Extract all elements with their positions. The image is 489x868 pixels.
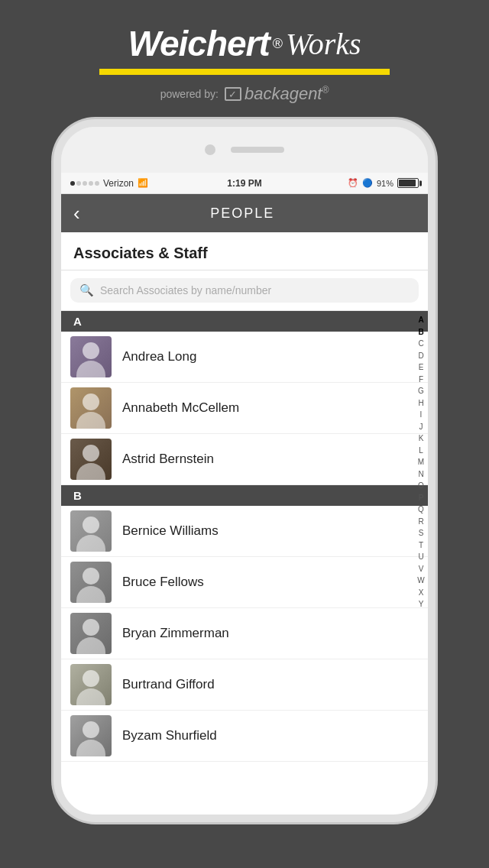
logo-works: Works: [286, 26, 361, 62]
logo-underline: [99, 69, 390, 75]
phone-top: [61, 127, 428, 173]
battery-bar: [397, 178, 419, 188]
logo-weichert: Weichert: [128, 23, 269, 64]
item-name: Andrea Long: [112, 349, 419, 364]
alpha-letter-t[interactable]: T: [419, 539, 423, 552]
back-button[interactable]: ‹: [73, 203, 80, 223]
backagent-name: backagent®: [244, 84, 329, 104]
alpha-letter-g[interactable]: G: [418, 385, 424, 397]
alpha-letter-u[interactable]: U: [418, 551, 423, 563]
list-item[interactable]: Byzam Shurfield: [61, 711, 428, 762]
search-input-wrap[interactable]: 🔍 Search Associates by name/number: [70, 278, 419, 303]
search-placeholder: Search Associates by name/number: [100, 284, 271, 296]
list-item[interactable]: Burtrand Gifford: [61, 659, 428, 711]
signal-dot-3: [83, 181, 87, 186]
alpha-letter-q[interactable]: Q: [418, 504, 424, 516]
app-header: Weichert ® Works powered by: backagent®: [0, 0, 489, 119]
alpha-letter-s[interactable]: S: [419, 527, 424, 539]
alpha-index[interactable]: ABCDEFGHIJKLMNOPQRSTUVWXY: [414, 311, 428, 815]
signal-dot-4: [89, 181, 93, 186]
item-name: Bryan Zimmerman: [112, 626, 419, 641]
alpha-letter-i[interactable]: I: [420, 409, 423, 421]
item-name: Bernice Williams: [112, 523, 419, 539]
alpha-letter-l[interactable]: L: [419, 445, 423, 457]
alpha-letter-o[interactable]: O: [418, 480, 424, 492]
logo-reg: ®: [273, 36, 283, 52]
nav-bar: ‹ PEOPLE: [61, 194, 428, 232]
alpha-letter-w[interactable]: W: [417, 575, 424, 587]
alpha-letter-d[interactable]: D: [418, 350, 423, 362]
signal-dot-5: [95, 181, 99, 186]
phone-camera: [205, 144, 215, 155]
item-name: Annabeth McCellem: [112, 400, 419, 416]
avatar: [70, 336, 112, 377]
avatar: [70, 387, 112, 429]
bluetooth-icon: 🔵: [362, 178, 373, 188]
battery-pct: 91%: [377, 179, 393, 188]
alpha-letter-e[interactable]: E: [419, 361, 424, 374]
alpha-letter-x[interactable]: X: [419, 587, 424, 599]
avatar: [70, 664, 112, 705]
item-name: Burtrand Gifford: [112, 677, 419, 692]
list-item[interactable]: Astrid Bernstein: [61, 434, 428, 485]
alpha-letter-n[interactable]: N: [418, 468, 423, 481]
signal-dots: [70, 181, 99, 186]
alpha-letter-f[interactable]: F: [419, 374, 423, 386]
alarm-icon: ⏰: [348, 178, 358, 188]
powered-by-text: powered by:: [160, 88, 219, 100]
alpha-letter-a[interactable]: A: [418, 314, 423, 326]
list-item[interactable]: Andrea Long: [61, 332, 428, 383]
letter-header-a: A: [61, 311, 428, 332]
section-title: Associates & Staff: [73, 245, 208, 261]
signal-dot-1: [70, 181, 75, 186]
battery-fill: [399, 180, 416, 186]
avatar: [70, 715, 112, 756]
list-scroll[interactable]: AAndrea LongAnnabeth McCellemAstrid Bern…: [61, 311, 428, 815]
wifi-icon: 📶: [138, 178, 148, 188]
nav-title: PEOPLE: [92, 206, 393, 222]
list-item[interactable]: Annabeth McCellem: [61, 383, 428, 434]
alpha-letter-m[interactable]: M: [418, 456, 424, 468]
alpha-letter-v[interactable]: V: [419, 563, 424, 575]
signal-dot-2: [76, 181, 81, 186]
letter-header-b: B: [61, 485, 428, 506]
list-container: AAndrea LongAnnabeth McCellemAstrid Bern…: [61, 311, 428, 815]
phone-screen: Verizon 📶 1:19 PM ⏰ 🔵 91%: [61, 173, 428, 815]
status-time: 1:19 PM: [227, 178, 261, 189]
search-bar[interactable]: 🔍 Search Associates by name/number: [61, 270, 428, 311]
alpha-letter-h[interactable]: H: [418, 397, 423, 410]
backagent-logo: backagent®: [225, 84, 329, 104]
search-icon: 🔍: [79, 283, 94, 297]
avatar: [70, 510, 112, 552]
battery-indicator: [397, 178, 419, 188]
alpha-letter-b[interactable]: B: [418, 326, 423, 338]
item-name: Astrid Bernstein: [112, 452, 419, 467]
status-left: Verizon 📶: [70, 178, 148, 189]
item-name: Byzam Shurfield: [112, 728, 419, 743]
list-item[interactable]: Bruce Fellows: [61, 557, 428, 608]
avatar: [70, 439, 112, 480]
list-item[interactable]: Bernice Williams: [61, 506, 428, 557]
item-name: Bruce Fellows: [112, 575, 419, 590]
powered-by: powered by: backagent®: [160, 84, 329, 104]
app-background: Weichert ® Works powered by: backagent®: [0, 0, 489, 868]
section-header: Associates & Staff: [61, 232, 428, 270]
avatar: [70, 613, 112, 654]
alpha-letter-j[interactable]: J: [419, 421, 423, 433]
status-right: ⏰ 🔵 91%: [348, 178, 419, 188]
alpha-letter-p[interactable]: P: [419, 492, 424, 504]
backagent-check-icon: [225, 87, 241, 101]
alpha-letter-c[interactable]: C: [418, 338, 423, 350]
status-bar: Verizon 📶 1:19 PM ⏰ 🔵 91%: [61, 173, 428, 194]
logo-container: Weichert ® Works: [128, 23, 361, 64]
carrier-label: Verizon: [103, 178, 134, 189]
phone-speaker: [231, 147, 284, 153]
alpha-letter-k[interactable]: K: [419, 432, 424, 445]
alpha-letter-r[interactable]: R: [418, 516, 423, 528]
phone-frame: Verizon 📶 1:19 PM ⏰ 🔵 91%: [53, 119, 436, 822]
avatar: [70, 562, 112, 603]
list-item[interactable]: Bryan Zimmerman: [61, 608, 428, 659]
alpha-letter-y[interactable]: Y: [419, 598, 424, 611]
